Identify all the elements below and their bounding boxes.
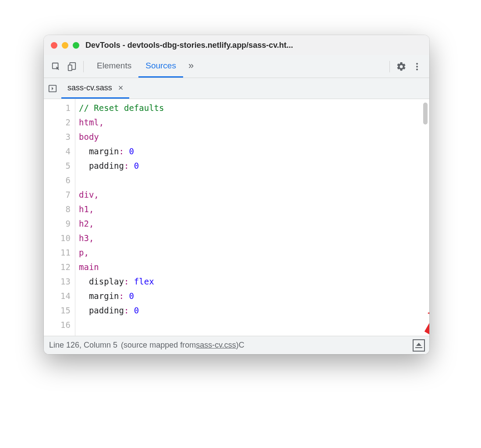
minimize-window-button[interactable] bbox=[62, 42, 68, 49]
file-tab-sass-cv[interactable]: sass-cv.sass × bbox=[61, 78, 129, 99]
file-tab-label: sass-cv.sass bbox=[67, 83, 112, 92]
code-editor[interactable]: 12345678910111213141516 // Reset default… bbox=[44, 99, 429, 336]
svg-rect-2 bbox=[68, 65, 72, 71]
drawer-toggle-icon[interactable] bbox=[413, 339, 425, 352]
navigator-toggle-icon[interactable] bbox=[44, 78, 61, 99]
svg-point-4 bbox=[416, 65, 418, 67]
maximize-window-button[interactable] bbox=[73, 42, 79, 49]
cursor-position: Line 126, Column 5 bbox=[49, 341, 117, 350]
source-map-link[interactable]: sass-cv.css bbox=[196, 341, 236, 350]
svg-point-3 bbox=[416, 63, 418, 64]
close-window-button[interactable] bbox=[51, 42, 57, 49]
device-toolbar-icon[interactable] bbox=[64, 59, 80, 75]
traffic-lights bbox=[51, 42, 79, 49]
status-trail: C bbox=[239, 341, 244, 350]
devtools-window: DevTools - devtools-dbg-stories.netlify.… bbox=[44, 35, 429, 354]
tab-sources[interactable]: Sources bbox=[138, 55, 183, 78]
main-toolbar: Elements Sources » bbox=[44, 55, 429, 78]
svg-point-5 bbox=[416, 68, 418, 70]
panel-tabs: Elements Sources » bbox=[90, 55, 238, 78]
source-map-prefix: (source mapped from bbox=[121, 341, 196, 350]
more-menu-icon[interactable] bbox=[409, 59, 425, 75]
titlebar[interactable]: DevTools - devtools-dbg-stories.netlify.… bbox=[44, 35, 429, 55]
settings-gear-icon[interactable] bbox=[393, 59, 409, 75]
window-title: DevTools - devtools-dbg-stories.netlify.… bbox=[85, 41, 422, 50]
code-content[interactable]: // Reset defaultshtml,body margin: 0 pad… bbox=[75, 99, 429, 336]
separator bbox=[83, 61, 84, 72]
separator bbox=[389, 61, 390, 72]
scrollbar-thumb[interactable] bbox=[423, 103, 428, 124]
close-tab-icon[interactable]: × bbox=[117, 83, 125, 93]
tabs-overflow-button[interactable]: » bbox=[183, 55, 199, 78]
statusbar: Line 126, Column 5 (source mapped from s… bbox=[44, 336, 429, 354]
inspect-element-icon[interactable] bbox=[48, 59, 64, 75]
tab-elements[interactable]: Elements bbox=[90, 55, 138, 78]
file-tabs-bar: sass-cv.sass × bbox=[44, 78, 429, 99]
line-number-gutter: 12345678910111213141516 bbox=[44, 99, 75, 336]
